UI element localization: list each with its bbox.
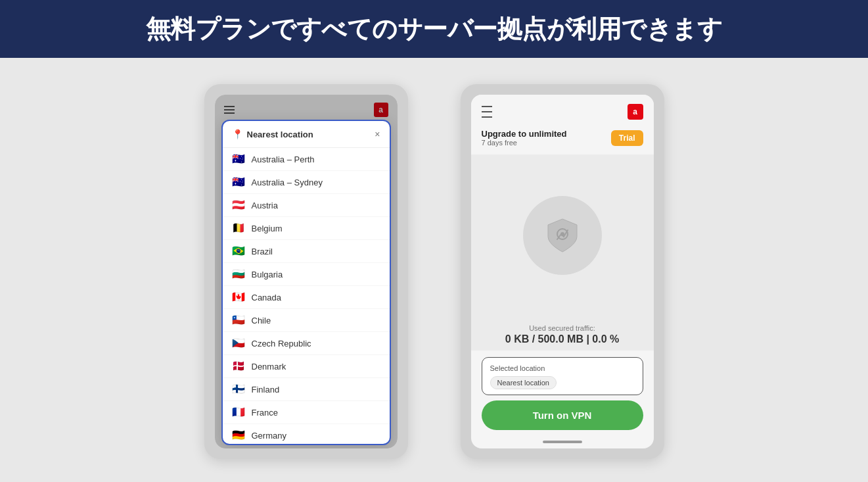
main-content: a 📍 Nearest location × 🇦🇺 Australia – Pe… [0,58,868,482]
country-name: Australia – Perth [252,155,315,164]
dropdown-header-text: Nearest location [247,130,313,139]
shield-icon [543,216,582,255]
location-pin-icon: 📍 [232,129,243,139]
upgrade-title: Upgrade to unlimited [482,129,567,139]
list-item[interactable]: 🇨🇦 Canada [223,286,390,309]
right-hamburger-icon[interactable] [482,106,492,118]
flag-icon: 🇦🇺 [232,154,245,164]
list-item[interactable]: 🇩🇰 Denmark [223,355,390,378]
selected-location-box[interactable]: Selected location Nearest location [482,357,643,395]
turn-on-vpn-button[interactable]: Turn on VPN [482,400,643,430]
left-phone-inner: a 📍 Nearest location × 🇦🇺 Australia – Pe… [215,95,398,448]
list-item[interactable]: 🇦🇺 Australia – Sydney [223,171,390,194]
svg-point-1 [560,232,564,236]
list-item[interactable]: 🇦🇺 Australia – Perth [223,148,390,171]
flag-icon: 🇨🇦 [232,292,245,302]
flag-icon: 🇨🇿 [232,338,245,349]
upgrade-subtitle: 7 days free [482,139,567,147]
country-list: 🇦🇺 Australia – Perth 🇦🇺 Australia – Sydn… [223,148,390,444]
country-name: Canada [252,293,282,302]
vpn-shield-area [471,155,654,316]
traffic-value: 0 KB / 500.0 MB | 0.0 % [482,333,643,345]
country-name: Finland [252,385,280,395]
close-button[interactable]: × [375,130,380,139]
list-item[interactable]: 🇩🇪 Germany [223,424,390,444]
country-name: Bulgaria [252,270,283,279]
flag-icon: 🇩🇪 [232,430,245,441]
dropdown-header: 📍 Nearest location × [223,121,390,148]
flag-icon: 🇫🇮 [232,384,245,395]
top-banner: 無料プランですべてのサーバー拠点が利用できます [0,0,868,58]
country-name: Czech Republic [252,339,311,349]
bottom-bar [543,441,582,443]
country-name: Austria [252,201,278,210]
trial-button[interactable]: Trial [611,130,643,146]
country-name: Denmark [252,362,286,372]
left-phone-container: a 📍 Nearest location × 🇦🇺 Australia – Pe… [204,84,408,459]
flag-icon: 🇧🇬 [232,269,245,279]
location-dropdown: 📍 Nearest location × 🇦🇺 Australia – Pert… [221,120,391,445]
country-name: France [252,408,278,418]
right-phone-container: a Upgrade to unlimited 7 days free Trial [461,84,664,459]
list-item[interactable]: 🇧🇪 Belgium [223,217,390,240]
list-item[interactable]: 🇧🇷 Brazil [223,240,390,263]
upgrade-section: Upgrade to unlimited 7 days free Trial [471,126,654,155]
list-item[interactable]: 🇨🇿 Czech Republic [223,332,390,355]
banner-text: 無料プランですべてのサーバー拠点が利用できます [146,12,723,46]
upgrade-texts: Upgrade to unlimited 7 days free [482,129,567,147]
avira-logo-right: a [628,104,643,120]
list-item[interactable]: 🇦🇹 Austria [223,194,390,217]
selected-location-label: Selected location [490,364,635,372]
country-name: Brazil [252,247,273,256]
right-phone-header: a [471,95,654,126]
list-item[interactable]: 🇨🇱 Chile [223,309,390,332]
right-phone-inner: a Upgrade to unlimited 7 days free Trial [471,95,654,448]
country-name: Chile [252,316,271,325]
list-item[interactable]: 🇫🇮 Finland [223,378,390,401]
flag-icon: 🇫🇷 [232,407,245,418]
flag-icon: 🇦🇺 [232,177,245,187]
flag-icon: 🇧🇷 [232,246,245,256]
list-item[interactable]: 🇫🇷 France [223,401,390,424]
list-item[interactable]: 🇧🇬 Bulgaria [223,263,390,286]
shield-circle [523,196,602,275]
traffic-label: Used secured traffic: [482,324,643,332]
dropdown-header-left: 📍 Nearest location [232,129,313,139]
flag-icon: 🇩🇰 [232,361,245,372]
flag-icon: 🇨🇱 [232,315,245,325]
country-name: Germany [252,431,286,441]
country-name: Belgium [252,224,283,233]
flag-icon: 🇦🇹 [232,200,245,210]
nearest-location-badge: Nearest location [490,376,557,389]
flag-icon: 🇧🇪 [232,223,245,233]
traffic-section: Used secured traffic: 0 KB / 500.0 MB | … [471,316,654,350]
country-name: Australia – Sydney [252,178,323,187]
